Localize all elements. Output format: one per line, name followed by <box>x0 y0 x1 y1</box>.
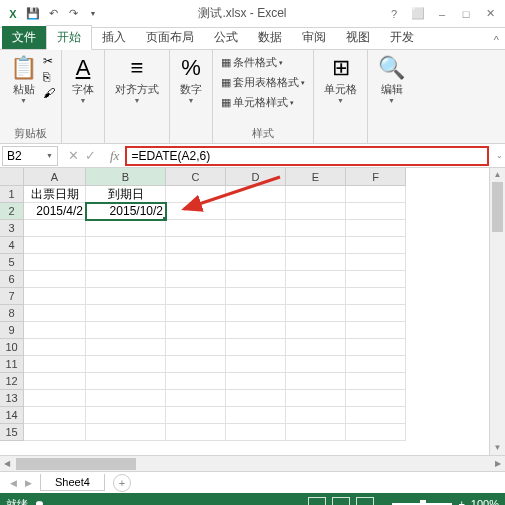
cell-F11[interactable] <box>346 356 406 373</box>
cell-A11[interactable] <box>24 356 86 373</box>
cell-A13[interactable] <box>24 390 86 407</box>
hscroll-thumb[interactable] <box>16 458 136 470</box>
cell-A6[interactable] <box>24 271 86 288</box>
cell-C12[interactable] <box>166 373 226 390</box>
tab-page-layout[interactable]: 页面布局 <box>136 26 204 49</box>
redo-icon[interactable]: ↷ <box>64 5 82 23</box>
cell-F3[interactable] <box>346 220 406 237</box>
cell-C9[interactable] <box>166 322 226 339</box>
cell-D2[interactable] <box>226 203 286 220</box>
scroll-up-icon[interactable]: ▲ <box>490 168 505 182</box>
cell-E11[interactable] <box>286 356 346 373</box>
cell-D12[interactable] <box>226 373 286 390</box>
cell-F9[interactable] <box>346 322 406 339</box>
tab-formulas[interactable]: 公式 <box>204 26 248 49</box>
scroll-down-icon[interactable]: ▼ <box>490 441 505 455</box>
sheet-nav-next-icon[interactable]: ▶ <box>21 478 36 488</box>
row-header-10[interactable]: 10 <box>0 339 24 356</box>
cell-C11[interactable] <box>166 356 226 373</box>
tab-view[interactable]: 视图 <box>336 26 380 49</box>
cell-F7[interactable] <box>346 288 406 305</box>
row-header-5[interactable]: 5 <box>0 254 24 271</box>
cell-E8[interactable] <box>286 305 346 322</box>
copy-icon[interactable]: ⎘ <box>43 70 55 84</box>
col-header-A[interactable]: A <box>24 168 86 186</box>
cell-A14[interactable] <box>24 407 86 424</box>
sheet-tab[interactable]: Sheet4 <box>40 474 105 491</box>
cell-C5[interactable] <box>166 254 226 271</box>
cell-A15[interactable] <box>24 424 86 441</box>
cancel-formula-icon[interactable]: ✕ <box>68 148 79 163</box>
number-button[interactable]: %数字▼ <box>176 52 206 106</box>
add-sheet-button[interactable]: + <box>113 474 131 492</box>
cell-B1[interactable]: 到期日 <box>86 186 166 203</box>
row-header-9[interactable]: 9 <box>0 322 24 339</box>
cell-F14[interactable] <box>346 407 406 424</box>
cell-E9[interactable] <box>286 322 346 339</box>
cell-C2[interactable] <box>166 203 226 220</box>
conditional-format-button[interactable]: ▦条件格式▾ <box>219 54 285 71</box>
cell-C1[interactable] <box>166 186 226 203</box>
col-header-D[interactable]: D <box>226 168 286 186</box>
cell-B8[interactable] <box>86 305 166 322</box>
expand-formula-bar-icon[interactable]: ⌄ <box>496 151 503 160</box>
cell-F12[interactable] <box>346 373 406 390</box>
cell-B5[interactable] <box>86 254 166 271</box>
cell-B14[interactable] <box>86 407 166 424</box>
cell-D6[interactable] <box>226 271 286 288</box>
editing-button[interactable]: 🔍编辑▼ <box>374 52 409 106</box>
row-header-11[interactable]: 11 <box>0 356 24 373</box>
help-icon[interactable]: ? <box>383 5 405 23</box>
cell-B11[interactable] <box>86 356 166 373</box>
font-button[interactable]: A字体▼ <box>68 52 98 106</box>
cell-A9[interactable] <box>24 322 86 339</box>
cell-C6[interactable] <box>166 271 226 288</box>
cell-D14[interactable] <box>226 407 286 424</box>
cell-D4[interactable] <box>226 237 286 254</box>
cell-C15[interactable] <box>166 424 226 441</box>
cell-C3[interactable] <box>166 220 226 237</box>
ribbon-options-icon[interactable]: ⬜ <box>407 5 429 23</box>
cut-icon[interactable]: ✂ <box>43 54 55 68</box>
fx-icon[interactable]: fx <box>104 148 125 164</box>
cell-D8[interactable] <box>226 305 286 322</box>
cell-C13[interactable] <box>166 390 226 407</box>
select-all-corner[interactable] <box>0 168 24 186</box>
formula-bar[interactable]: =EDATE(A2,6) <box>125 146 489 166</box>
cell-B10[interactable] <box>86 339 166 356</box>
cell-C7[interactable] <box>166 288 226 305</box>
cell-D13[interactable] <box>226 390 286 407</box>
cell-A12[interactable] <box>24 373 86 390</box>
cell-D9[interactable] <box>226 322 286 339</box>
cell-C4[interactable] <box>166 237 226 254</box>
cell-D7[interactable] <box>226 288 286 305</box>
zoom-in-button[interactable]: + <box>458 498 464 505</box>
col-header-B[interactable]: B <box>86 168 166 186</box>
row-headers[interactable]: 123456789101112131415 <box>0 186 24 455</box>
cell-D11[interactable] <box>226 356 286 373</box>
tab-data[interactable]: 数据 <box>248 26 292 49</box>
cell-F4[interactable] <box>346 237 406 254</box>
format-painter-icon[interactable]: 🖌 <box>43 86 55 100</box>
cell-E4[interactable] <box>286 237 346 254</box>
cell-A8[interactable] <box>24 305 86 322</box>
vscroll-thumb[interactable] <box>492 182 503 232</box>
cell-F5[interactable] <box>346 254 406 271</box>
tab-file[interactable]: 文件 <box>2 26 46 49</box>
cell-E1[interactable] <box>286 186 346 203</box>
cell-E10[interactable] <box>286 339 346 356</box>
row-header-15[interactable]: 15 <box>0 424 24 441</box>
cell-C14[interactable] <box>166 407 226 424</box>
close-button[interactable]: ✕ <box>479 5 501 23</box>
row-header-3[interactable]: 3 <box>0 220 24 237</box>
cell-F6[interactable] <box>346 271 406 288</box>
sheet-nav-prev-icon[interactable]: ◀ <box>6 478 21 488</box>
cell-B12[interactable] <box>86 373 166 390</box>
row-header-7[interactable]: 7 <box>0 288 24 305</box>
cell-A3[interactable] <box>24 220 86 237</box>
vertical-scrollbar[interactable]: ▲ ▼ <box>489 168 505 455</box>
cell-styles-button[interactable]: ▦单元格样式▾ <box>219 94 296 111</box>
cell-A4[interactable] <box>24 237 86 254</box>
cell-B7[interactable] <box>86 288 166 305</box>
row-header-2[interactable]: 2 <box>0 203 24 220</box>
